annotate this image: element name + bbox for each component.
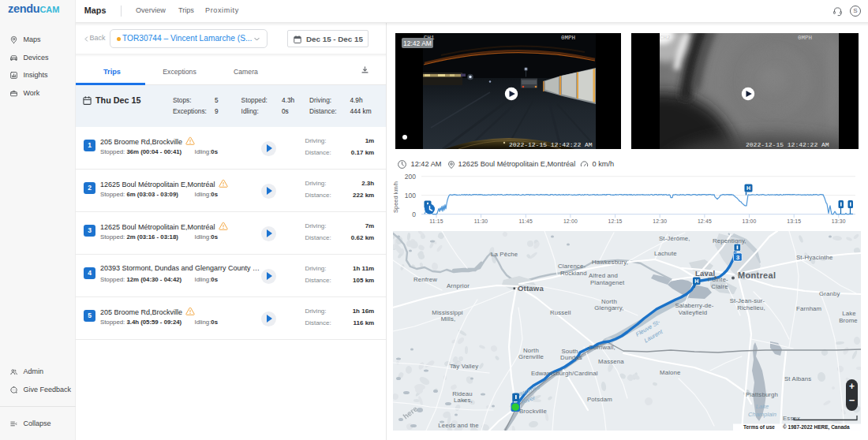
svg-text:Rockland: Rockland [560,270,587,277]
svg-text:Speed km/h: Speed km/h [392,181,399,213]
svg-text:100: 100 [405,192,416,199]
svg-text:St-Jérôme,: St-Jérôme, [659,235,690,242]
svg-text:Dundas: Dundas [560,354,582,361]
svg-text:Claire: Claire [711,283,728,290]
svg-text:Arnprior: Arnprior [447,282,470,289]
svg-text:© 1987-2022 HERE, Canada: © 1987-2022 HERE, Canada [783,424,850,431]
svg-text:Cornwall,: Cornwall, [589,344,615,351]
svg-text:Richelieu,: Richelieu, [737,304,765,311]
svg-text:Hawkesbury,: Hawkesbury, [592,259,628,266]
svg-text:13:00: 13:00 [742,218,756,224]
svg-text:13:15: 13:15 [787,218,801,224]
svg-text:12:42 AM: 12:42 AM [403,39,432,47]
svg-text:Tay Valley: Tay Valley [450,363,478,370]
svg-text:0MPH: 0MPH [561,35,575,41]
svg-text:Russell: Russell [550,309,571,316]
svg-text:13:30: 13:30 [832,218,846,224]
svg-text:Essex: Essex [783,415,800,422]
svg-text:Malone: Malone [660,369,680,376]
svg-text:Plantagenet: Plantagenet [590,279,625,286]
svg-text:Salaberry-de-: Salaberry-de- [675,302,713,309]
svg-text:2022-12-15 12:42:22 AM: 2022-12-15 12:42:22 AM [746,141,829,148]
svg-text:Renfrew: Renfrew [413,276,437,283]
svg-text:Alfred and: Alfred and [589,272,618,279]
svg-text:2022-12-15 12:42:22 AM: 2022-12-15 12:42:22 AM [509,141,593,148]
svg-text:Valleyfield: Valleyfield [679,309,708,316]
svg-text:Lake: Lake [756,403,769,410]
svg-text:Lakes,: Lakes, [454,397,473,404]
svg-text:Brome: Brome [839,317,858,324]
svg-text:Lake: Lake [842,310,856,317]
svg-text:Leeds and the: Leeds and the [438,422,478,429]
svg-text:Mills,: Mills, [441,315,456,323]
svg-text:12:15: 12:15 [608,218,623,224]
svg-text:12:45: 12:45 [698,218,712,224]
svg-text:Terms of use: Terms of use [743,424,775,430]
svg-text:Massena: Massena [598,358,624,365]
svg-text:Grenville: Grenville [518,353,544,360]
svg-text:0: 0 [412,211,416,218]
svg-text:H: H [746,185,750,191]
svg-text:Montreal: Montreal [738,270,776,280]
svg-text:Edwardsburgh/Cardinal: Edwardsburgh/Cardinal [531,370,598,377]
svg-text:3: 3 [736,254,740,261]
svg-text:Brockville: Brockville [519,408,547,415]
svg-text:Plattsburgh: Plattsburgh [746,391,778,398]
svg-text:Thousand: Thousand [447,429,476,431]
svg-text:H: H [694,278,698,284]
svg-text:Granby: Granby [819,290,840,297]
svg-text:La Pêche: La Pêche [491,251,518,258]
svg-text:200: 200 [405,173,416,181]
svg-text:Ottawa: Ottawa [518,284,544,293]
svg-text:CH2: CH2 [660,35,671,41]
svg-text:11:30: 11:30 [474,218,488,224]
svg-text:Farnham: Farnham [796,305,821,312]
svg-text:Lachute: Lachute [654,250,677,257]
svg-text:St-Hyacinthe: St-Hyacinthe [796,254,832,261]
svg-text:11:15: 11:15 [429,218,443,224]
svg-text:12:30: 12:30 [653,218,667,224]
svg-text:Potsdam: Potsdam [587,396,612,403]
svg-text:+: + [849,381,855,392]
svg-text:12:00: 12:00 [563,218,578,224]
svg-text:0MPH: 0MPH [798,35,812,41]
svg-text:Clarence-: Clarence- [558,263,586,270]
svg-text:Pointe-: Pointe- [708,276,728,283]
svg-text:St Albans: St Albans [784,375,811,382]
svg-text:Repentigny,: Repentigny, [713,237,746,244]
svg-text:−: − [849,394,855,406]
svg-text:Glengarry,: Glengarry, [594,304,623,311]
svg-text:11:45: 11:45 [519,218,533,224]
svg-text:St-Jean-sur-: St-Jean-sur- [730,297,765,304]
svg-text:Champlain: Champlain [748,411,776,418]
